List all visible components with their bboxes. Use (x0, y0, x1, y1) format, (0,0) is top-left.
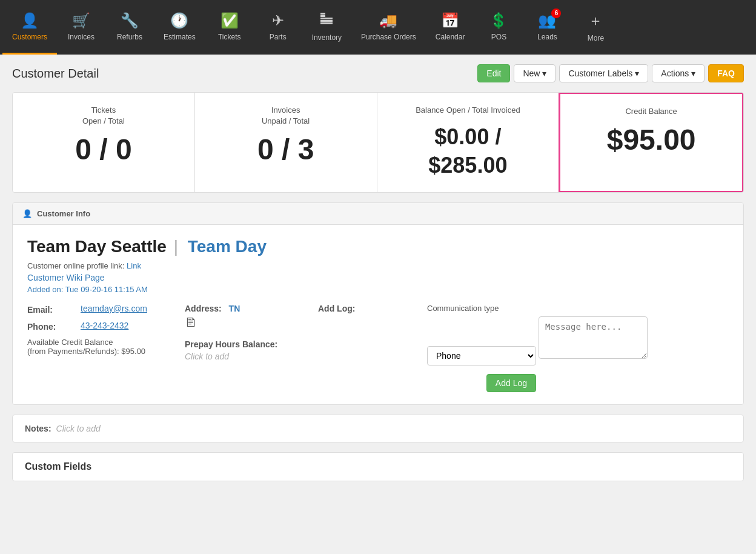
name-separator: | (174, 237, 183, 256)
refurbs-icon: 🔧 (121, 12, 139, 29)
comm-col: Communication type Phone Email In Person… (427, 304, 729, 392)
new-button[interactable]: New (514, 64, 555, 82)
nav-label-tickets: Tickets (218, 33, 241, 41)
leads-badge: 6 (551, 8, 561, 18)
tickets-stat-value: 0 / 0 (25, 134, 182, 166)
nav-label-calendar: Calendar (436, 33, 465, 41)
notes-placeholder[interactable]: Click to add (56, 424, 101, 433)
nav-item-calendar[interactable]: 📅 Calendar (426, 0, 475, 55)
more-icon: ＋ (588, 11, 603, 30)
estimates-icon: 🕐 (170, 12, 188, 29)
nav-label-invoices: Invoices (68, 33, 94, 41)
address-state[interactable]: TN (229, 304, 240, 313)
phone-label: Phone: (27, 321, 76, 332)
credit-stat-label: Credit Balance (572, 106, 730, 117)
header-row: Customer Detail Edit New Customer Labels… (12, 64, 744, 82)
pos-icon: 💲 (489, 12, 508, 29)
svg-rect-1 (320, 15, 325, 17)
stats-row: Tickets Open / Total 0 / 0 Invoices Unpa… (12, 92, 744, 193)
edit-button[interactable]: Edit (477, 64, 510, 82)
added-time: 11:15 AM (114, 285, 148, 294)
nav-label-inventory: Inventory (312, 33, 342, 42)
svg-rect-4 (320, 22, 333, 24)
section-header: 👤 Customer Info (13, 203, 743, 225)
customers-icon: 👤 (21, 12, 39, 29)
section-body: Team Day Seattle | Team Day Customer onl… (13, 225, 743, 404)
prepay-label: Prepay Hours Balance: (185, 339, 318, 349)
invoices-icon: 🛒 (72, 12, 90, 29)
email-value[interactable]: teamday@rs.com (81, 304, 147, 313)
contact-col1: Email: teamday@rs.com Phone: 43-243-2432… (27, 304, 185, 356)
profile-link-row: Customer online profile link: Link (27, 261, 729, 270)
profile-link[interactable]: Link (127, 261, 141, 270)
notes-label: Notes: (25, 424, 51, 433)
customer-name-row: Team Day Seattle | Team Day (27, 237, 729, 256)
parts-icon: ✈ (272, 12, 284, 29)
customer-org: Team Day (188, 237, 267, 256)
faq-button[interactable]: FAQ (708, 64, 744, 82)
tickets-icon: ✅ (220, 12, 239, 29)
svg-rect-3 (320, 20, 333, 22)
purchase-orders-icon: 🚚 (379, 12, 397, 29)
actions-button[interactable]: Actions (652, 64, 705, 82)
address-label-row: Address: TN (185, 304, 318, 313)
credit-info: Available Credit Balance (from Payments/… (27, 338, 185, 356)
nav-item-invoices[interactable]: 🛒 Invoices (57, 0, 105, 55)
nav-label-refurbs: Refurbs (117, 33, 142, 41)
nav-item-leads[interactable]: 👥 6 Leads (523, 0, 571, 55)
add-log-label: Add Log: (318, 304, 427, 313)
header-buttons: Edit New Customer Labels Actions FAQ (477, 64, 744, 82)
comm-type-select[interactable]: Phone Email In Person Text (427, 346, 536, 365)
wiki-link[interactable]: Customer Wiki Page (27, 273, 729, 282)
nav-item-tickets[interactable]: ✅ Tickets (205, 0, 254, 55)
nav-item-customers[interactable]: 👤 Customers (2, 0, 57, 55)
nav-item-parts[interactable]: ✈ Parts (254, 0, 302, 55)
balance-stat-label: Balance Open / Total Invoiced (390, 105, 547, 116)
nav-label-pos: POS (491, 33, 506, 41)
address-col: Address: TN 🖹 Prepay Hours Balance: Clic… (185, 304, 318, 361)
added-on: Added on: Tue 09-20-16 11:15 AM (27, 285, 729, 294)
tickets-stat: Tickets Open / Total 0 / 0 (13, 93, 195, 192)
customer-labels-button[interactable]: Customer Labels (559, 64, 648, 82)
top-nav: 👤 Customers 🛒 Invoices 🔧 Refurbs 🕐 Estim… (0, 0, 756, 55)
invoices-stat-value: 0 / 3 (207, 134, 365, 166)
nav-label-leads: Leads (537, 33, 557, 41)
prepay-placeholder[interactable]: Click to add (185, 352, 318, 361)
address-icon: 🖹 (185, 316, 318, 330)
leads-icon-wrap: 👥 6 (538, 12, 556, 29)
custom-fields-section: Custom Fields (12, 452, 744, 481)
credit-balance-title: Available Credit Balance (27, 338, 185, 347)
page-title: Customer Detail (12, 67, 99, 81)
calendar-icon: 📅 (441, 12, 459, 29)
address-label: Address: (185, 304, 222, 313)
comm-type-label: Communication type (427, 304, 729, 313)
inventory-icon (319, 12, 334, 30)
nav-item-more[interactable]: ＋ More (571, 0, 620, 55)
addlog-col: Add Log: (318, 304, 427, 313)
message-textarea[interactable] (539, 316, 648, 359)
email-label: Email: (27, 304, 76, 315)
credit-stat: Credit Balance $95.00 (559, 92, 744, 193)
svg-rect-2 (320, 18, 333, 19)
nav-item-estimates[interactable]: 🕐 Estimates (154, 0, 205, 55)
nav-item-inventory[interactable]: Inventory (302, 0, 351, 55)
nav-label-purchase-orders: Purchase Orders (361, 33, 416, 41)
nav-label-estimates: Estimates (164, 33, 196, 41)
balance-stat-value: $0.00 / $285.00 (390, 123, 547, 180)
customer-info-section: 👤 Customer Info Team Day Seattle | Team … (12, 202, 744, 405)
tickets-stat-label: Tickets Open / Total (25, 105, 182, 127)
add-log-button[interactable]: Add Log (486, 374, 536, 392)
custom-fields-title: Custom Fields (25, 461, 731, 472)
person-icon: 👤 (22, 209, 32, 218)
nav-item-refurbs[interactable]: 🔧 Refurbs (105, 0, 154, 55)
phone-value[interactable]: 43-243-2432 (81, 321, 128, 330)
invoices-stat: Invoices Unpaid / Total 0 / 3 (195, 93, 377, 192)
svg-rect-0 (320, 13, 325, 15)
balance-stat: Balance Open / Total Invoiced $0.00 / $2… (377, 93, 560, 192)
main-content: Customer Detail Edit New Customer Labels… (0, 55, 756, 491)
nav-item-purchase-orders[interactable]: 🚚 Purchase Orders (351, 0, 426, 55)
nav-label-parts: Parts (270, 33, 287, 41)
phone-row: Phone: 43-243-2432 (27, 321, 185, 332)
nav-item-pos[interactable]: 💲 POS (474, 0, 523, 55)
invoices-stat-label: Invoices Unpaid / Total (207, 105, 365, 127)
